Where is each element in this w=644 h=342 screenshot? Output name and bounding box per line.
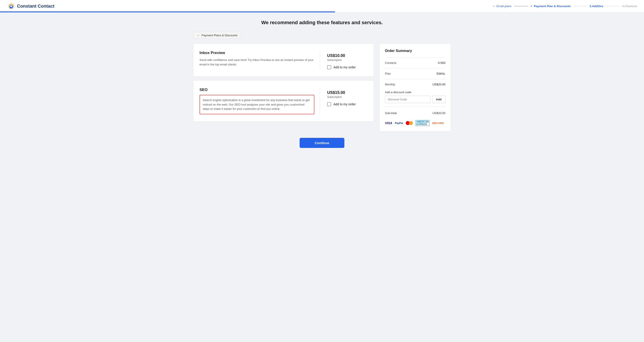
addon-description-inbox-preview: Send with confidence and save time! Try … [200, 58, 314, 67]
mastercard-right-circle [409, 121, 413, 125]
add-to-order-inbox-preview[interactable]: Add to my order [327, 65, 356, 69]
step-label-email: Email plans [496, 5, 512, 8]
addon-price-section-seo: US$15.00 Subscription Add to my order [327, 88, 368, 106]
discount-section: Add a discount code Add [385, 91, 446, 103]
step-divider-3 [606, 6, 619, 6]
subtotal-value: US$20.00 [432, 111, 446, 115]
add-to-order-seo[interactable]: Add to my order [327, 102, 356, 106]
monthly-label: Monthly [385, 83, 395, 86]
step-label-payment: Payment Plan & Discounts [534, 5, 571, 8]
check-icon-payment: ✓ [530, 5, 532, 8]
step-divider-1 [514, 6, 528, 6]
step-divider-2 [574, 6, 587, 6]
payment-icons: VISA PayPal AMERICANEXPRESS DISC●VER [385, 120, 446, 126]
step-checkout: 4.Checkout [622, 5, 637, 8]
back-arrow-icon: ← [197, 34, 200, 37]
main-content: We recommend adding these features and s… [188, 13, 456, 155]
contacts-label: Contacts [385, 61, 396, 65]
back-link-label: Payment Plans & Discounts [202, 34, 237, 37]
monthly-value: US$20.00 [432, 83, 446, 86]
continue-section: Continue [193, 138, 451, 148]
page-title: We recommend adding these features and s… [193, 20, 451, 26]
stepper-nav: ✓ Email plans ✓ Payment Plan & Discounts… [493, 5, 637, 8]
addon-price-seo: US$15.00 [327, 90, 345, 95]
content-layout: Inbox Preview Send with confidence and s… [193, 43, 451, 132]
mastercard-icon [406, 121, 413, 125]
summary-row-contacts: Contacts 0-500 [385, 60, 446, 66]
addon-title-seo: SEO [200, 88, 314, 92]
addon-price-section-inbox-preview: US$10.00 Subscription Add to my order [327, 51, 368, 69]
check-icon-email: ✓ [493, 5, 495, 8]
discount-input-row: Add [385, 96, 446, 103]
visa-icon: VISA [385, 121, 392, 125]
order-summary-title: Order Summary [385, 49, 446, 53]
addon-divider-1 [320, 51, 320, 69]
discover-icon: DISC●VER [432, 122, 444, 124]
summary-divider-2 [385, 68, 446, 68]
discount-code-input[interactable] [385, 96, 430, 103]
addon-description-seo: Search engine optimization is a great in… [200, 95, 314, 114]
addon-title-inbox-preview: Inbox Preview [200, 51, 314, 55]
step-email-plans: ✓ Email plans [493, 5, 512, 8]
progress-bar [0, 12, 335, 12]
checkbox-seo[interactable] [327, 102, 331, 106]
step-label-checkout: 4.Checkout [622, 5, 637, 8]
contacts-value: 0-500 [438, 61, 446, 65]
step-payment-plan: ✓ Payment Plan & Discounts [530, 5, 571, 8]
addon-price-type-inbox-preview: Subscription [327, 59, 342, 62]
add-label-inbox-preview: Add to my order [334, 66, 356, 69]
addons-section: Inbox Preview Send with confidence and s… [193, 43, 374, 122]
add-discount-button[interactable]: Add [432, 96, 446, 103]
amex-icon: AMERICANEXPRESS [416, 120, 430, 126]
summary-divider-1 [385, 57, 446, 58]
logo-text: Constant Contact [17, 4, 54, 9]
subtotal-row: Sub-total US$20.00 [385, 110, 446, 117]
addon-price-type-seo: Subscription [327, 96, 342, 99]
back-link[interactable]: ← Payment Plans & Discounts [193, 32, 241, 39]
checkbox-inbox-preview[interactable] [327, 65, 331, 69]
continue-button[interactable]: Continue [300, 138, 344, 148]
addon-divider-2 [320, 88, 320, 114]
header: Constant Contact ✓ Email plans ✓ Payment… [0, 0, 644, 13]
addon-info-inbox-preview: Inbox Preview Send with confidence and s… [200, 51, 320, 67]
logo-icon [7, 2, 15, 10]
add-label-seo: Add to my order [334, 102, 356, 106]
addon-card-inbox-preview: Inbox Preview Send with confidence and s… [193, 43, 374, 77]
step-addons: 3.AddOns [590, 5, 603, 8]
summary-divider-4 [385, 107, 446, 107]
order-summary: Order Summary Contacts 0-500 Plan EMAIL … [379, 43, 451, 132]
addon-info-seo: SEO Search engine optimization is a grea… [200, 88, 320, 114]
summary-row-plan: Plan EMAIL [385, 71, 446, 76]
discount-label: Add a discount code [385, 91, 446, 94]
addon-card-seo: SEO Search engine optimization is a grea… [193, 80, 374, 122]
step-label-addons: 3.AddOns [590, 5, 603, 8]
addon-price-inbox-preview: US$10.00 [327, 53, 345, 58]
plan-label: Plan [385, 72, 391, 75]
paypal-icon: PayPal [395, 122, 403, 124]
summary-row-monthly: Monthly US$20.00 [385, 82, 446, 87]
plan-value: EMAIL [437, 72, 446, 75]
summary-divider-3 [385, 79, 446, 79]
logo: Constant Contact [7, 2, 54, 10]
subtotal-label: Sub-total [385, 111, 396, 115]
